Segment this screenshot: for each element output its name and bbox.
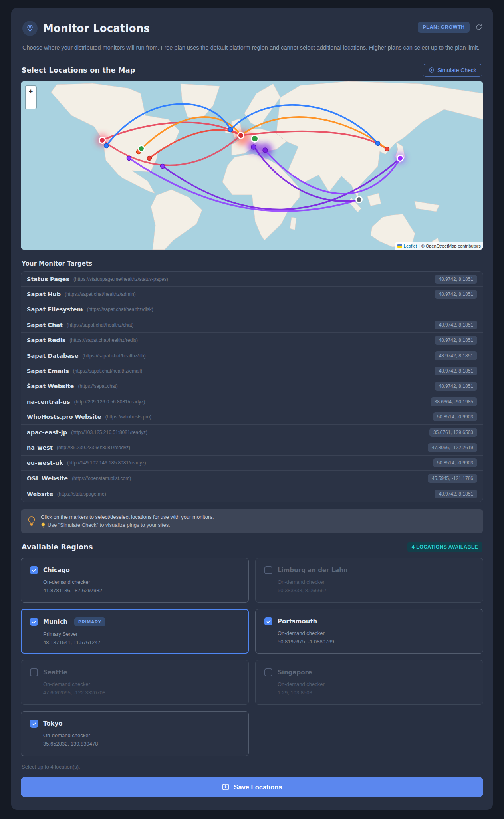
lightbulb-small-icon <box>41 522 46 528</box>
locations-available-badge: 4 LOCATIONS AVAILABLE <box>407 542 482 552</box>
target-row: Sapat Hub(https://sapat.chat/healthz/adm… <box>21 287 483 302</box>
region-card-tokyo[interactable]: Tokyo On-demand checker 35.652832, 139.8… <box>21 711 249 756</box>
target-name: na-west <box>27 444 53 451</box>
map-marker <box>251 145 256 149</box>
save-icon <box>222 783 230 791</box>
region-desc: On-demand checker <box>43 579 240 585</box>
checkbox-checked[interactable] <box>30 618 38 626</box>
map-section-heading: Select Locations on the Map <box>22 66 135 74</box>
targets-heading: Your Monitor Targets <box>22 260 482 267</box>
monitor-locations-panel: Monitor Locations PLAN: GROWTH Choose wh… <box>11 8 493 810</box>
region-name: Limburg an der Lahn <box>278 567 348 574</box>
target-name: eu-west-uk <box>27 460 63 466</box>
map-marker <box>228 127 233 132</box>
target-row: Šapat Website(https://sapat.chat)48.9742… <box>21 379 483 394</box>
target-row: WhoHosts.pro Website(https://whohosts.pr… <box>21 409 483 424</box>
target-row: na-central-us(http://209.126.0.56:8081/r… <box>21 394 483 409</box>
checkbox-unchecked[interactable] <box>264 668 272 676</box>
plan-badge: PLAN: GROWTH <box>418 22 470 33</box>
target-name: na-central-us <box>27 399 70 405</box>
region-card-singapore[interactable]: Singapore On-demand checker 1.29, 103.85… <box>255 660 483 705</box>
map-marker-unselected <box>356 196 362 202</box>
target-url: (https://sapat.chat/healthz/email) <box>73 368 435 374</box>
checkbox-unchecked[interactable] <box>30 668 38 676</box>
simulate-check-button[interactable]: Simulate Check <box>423 64 482 77</box>
target-url: (http://85.239.233.60:8081/readyz) <box>57 445 428 450</box>
region-coords: 50.8197675, -1.0880769 <box>278 639 474 644</box>
target-url: (https://statuspage.me) <box>57 491 435 497</box>
region-coords: 50.383333, 8.066667 <box>278 587 474 593</box>
target-url: (http://149.102.146.185:8081/readyz) <box>67 460 433 466</box>
map-marker-selected <box>139 145 145 151</box>
map-marker-selected <box>252 135 258 142</box>
target-url: (https://sapat.chat/healthz/chat) <box>67 322 435 328</box>
target-row: Website(https://statuspage.me)48.9742, 8… <box>21 486 483 501</box>
monitor-targets-list: Status Pages(https://statuspage.me/healt… <box>21 271 483 502</box>
region-name: Chicago <box>43 567 70 574</box>
refresh-icon[interactable] <box>475 24 482 31</box>
target-row: na-west(http://85.239.233.60:8081/readyz… <box>21 440 483 455</box>
page-title: Monitor Locations <box>43 22 150 34</box>
region-card-seattle[interactable]: Seattle On-demand checker 47.6062095, -1… <box>21 660 249 705</box>
target-url: (https://whohosts.pro) <box>105 414 433 420</box>
map-attribution: Leaflet | © OpenStreetMap contributors <box>395 242 483 250</box>
target-coords-badge: 48.9742, 8.1851 <box>435 367 477 375</box>
world-map[interactable]: + − <box>21 81 483 250</box>
zoom-in-button[interactable]: + <box>26 86 36 97</box>
checkbox-checked[interactable] <box>30 720 38 728</box>
target-name: Website <box>27 491 53 497</box>
target-name: WhoHosts.pro Website <box>27 414 101 420</box>
target-url: (https://openstartuplist.com) <box>72 476 428 481</box>
region-card-limburg[interactable]: Limburg an der Lahn On-demand checker 50… <box>255 558 483 603</box>
target-name: Sapat Hub <box>27 291 61 297</box>
region-desc: Primary Server <box>43 631 240 637</box>
target-url: (https://sapat.chat/healthz/db) <box>83 353 435 359</box>
target-row: OSL Website(https://openstartuplist.com)… <box>21 471 483 486</box>
target-row: Sapat Redis(https://sapat.chat/healthz/r… <box>21 333 483 348</box>
selection-limit-note: Select up to 4 location(s). <box>22 764 482 770</box>
region-card-munich[interactable]: Munich PRIMARY Primary Server 48.1371541… <box>21 609 249 654</box>
checkbox-unchecked[interactable] <box>264 566 272 574</box>
target-row: Sapat Chat(https://sapat.chat/healthz/ch… <box>21 317 483 333</box>
target-url: (http://209.126.0.56:8081/readyz) <box>74 399 431 405</box>
checkbox-checked[interactable] <box>264 617 272 625</box>
map-marker <box>147 156 152 160</box>
target-coords-badge: 48.9742, 8.1851 <box>435 351 477 360</box>
save-locations-button[interactable]: Save Locations <box>21 777 483 797</box>
target-name: Status Pages <box>27 276 69 282</box>
target-coords-badge: 48.9742, 8.1851 <box>435 321 477 329</box>
map-canvas <box>21 81 483 250</box>
region-cards: Chicago On-demand checker 41.8781136, -8… <box>21 558 483 756</box>
region-name: Portsmouth <box>278 618 317 625</box>
target-row: Sapat Filesystem(https://sapat.chat/heal… <box>21 302 483 317</box>
target-row: Sapat Database(https://sapat.chat/health… <box>21 348 483 363</box>
region-coords: 47.6062095, -122.3320708 <box>43 690 240 696</box>
tip-box: Click on the markers to select/deselect … <box>21 509 483 533</box>
target-coords-badge: 45.5945, -121.1786 <box>428 474 477 483</box>
regions-heading: Available Regions <box>22 543 93 551</box>
play-circle-icon <box>429 67 435 73</box>
map-zoom-control: + − <box>25 85 37 109</box>
target-row: eu-west-uk(http://149.102.146.185:8081/r… <box>21 456 483 471</box>
target-coords-badge: 48.9742, 8.1851 <box>435 336 477 345</box>
target-row: Status Pages(https://statuspage.me/healt… <box>21 272 483 287</box>
target-coords-badge: 48.9742, 8.1851 <box>435 382 477 391</box>
checkbox-checked[interactable] <box>30 566 38 574</box>
target-coords-badge: 48.9742, 8.1851 <box>435 490 477 498</box>
location-pin-icon <box>22 21 38 36</box>
target-coords-badge: 35.6761, 139.6503 <box>429 428 477 437</box>
target-name: Sapat Filesystem <box>27 306 83 313</box>
target-url: (https://sapat.chat) <box>78 383 435 389</box>
region-card-portsmouth[interactable]: Portsmouth On-demand checker 50.8197675,… <box>255 609 483 654</box>
target-name: Sapat Redis <box>27 337 65 343</box>
target-name: Šapat Website <box>27 383 74 389</box>
target-coords-badge: 48.9742, 8.1851 <box>435 290 477 299</box>
target-name: Sapat Database <box>27 353 79 359</box>
map-marker-selected <box>99 137 105 143</box>
region-card-chicago[interactable]: Chicago On-demand checker 41.8781136, -8… <box>21 558 249 603</box>
leaflet-link[interactable]: Leaflet <box>404 244 417 248</box>
region-coords: 1.29, 103.8503 <box>278 690 474 696</box>
zoom-out-button[interactable]: − <box>26 97 36 109</box>
page-description: Choose where your distributed monitors w… <box>22 43 482 53</box>
target-name: Sapat Chat <box>27 322 63 328</box>
